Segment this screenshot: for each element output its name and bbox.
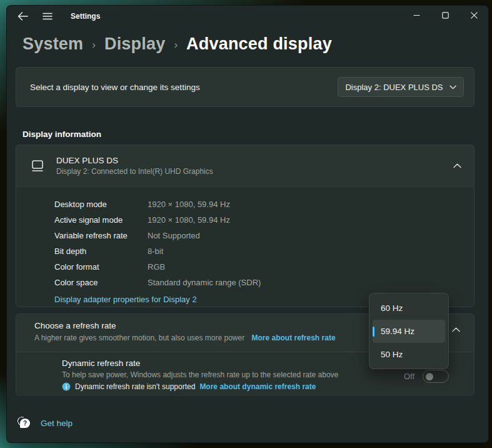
refresh-rate-subtitle: A higher rate gives smoother motion, but…: [34, 333, 244, 342]
detail-value: 8-bit: [148, 247, 163, 256]
detail-value: RGB: [148, 262, 165, 272]
display-information-heading: Display information: [23, 130, 101, 139]
back-button[interactable]: [12, 8, 33, 24]
close-icon: [471, 12, 478, 19]
more-about-refresh-rate-link[interactable]: More about refresh rate: [252, 333, 336, 342]
settings-window: Settings System › Display › Adv: [6, 5, 489, 443]
detail-label: Variable refresh rate: [54, 231, 148, 240]
display-name: DUEX PLUS DS: [56, 156, 213, 165]
minimize-icon: [413, 12, 420, 19]
detail-value: Not Supported: [148, 231, 200, 240]
footer: ? Get help: [18, 416, 73, 430]
detail-row: Variable refresh rate Not Supported: [54, 228, 474, 243]
detail-label: Bit depth: [54, 247, 148, 256]
refresh-rate-option-selected[interactable]: 59.94 Hz: [373, 320, 445, 343]
chevron-up-icon[interactable]: [453, 163, 461, 168]
detail-label: Desktop mode: [54, 200, 148, 209]
refresh-rate-option[interactable]: 60 Hz: [373, 297, 445, 320]
minimize-button[interactable]: [402, 6, 431, 25]
display-selector-card: Select a display to view or change its s…: [16, 67, 474, 107]
refresh-rate-flyout: 60 Hz 59.94 Hz 50 Hz: [369, 293, 449, 369]
more-about-dynamic-refresh-link[interactable]: More about dynamic refresh rate: [199, 382, 316, 391]
detail-row: Bit depth 8-bit: [54, 243, 474, 259]
detail-label: Active signal mode: [54, 215, 148, 225]
dynamic-refresh-toggle[interactable]: [423, 370, 449, 383]
maximize-button[interactable]: [431, 6, 459, 25]
refresh-rate-dropdown-chevron-icon[interactable]: [452, 327, 460, 332]
breadcrumb-separator: ›: [174, 37, 178, 51]
breadcrumb-system[interactable]: System: [23, 34, 83, 54]
display-information-details: Desktop mode 1920 × 1080, 59.94 Hz Activ…: [16, 186, 474, 307]
navigation-menu-button[interactable]: [37, 8, 58, 24]
info-icon: [62, 382, 71, 391]
toggle-state-label: Off: [404, 372, 414, 381]
detail-row: Color format RGB: [54, 259, 474, 275]
breadcrumb: System › Display › Advanced display: [23, 34, 332, 54]
detail-value: 1920 × 1080, 59.94 Hz: [148, 200, 230, 209]
breadcrumb-separator: ›: [92, 37, 96, 51]
display-selector-dropdown[interactable]: Display 2: DUEX PLUS DS: [338, 77, 464, 97]
help-question-mark: ?: [20, 419, 30, 428]
toggle-knob: [426, 373, 433, 380]
display-adapter-properties-link[interactable]: Display adapter properties for Display 2: [54, 295, 197, 304]
detail-value: Standard dynamic range (SDR): [148, 278, 261, 287]
refresh-rate-option[interactable]: 50 Hz: [373, 343, 445, 366]
display-information-header[interactable]: DUEX PLUS DS Display 2: Connected to Int…: [16, 145, 474, 186]
get-help-link[interactable]: Get help: [41, 419, 73, 428]
monitor-icon: [30, 159, 45, 173]
hamburger-icon: [43, 13, 53, 20]
display-selector-value: Display 2: DUEX PLUS DS: [345, 83, 443, 92]
detail-row: Color space Standard dynamic range (SDR): [54, 275, 474, 290]
detail-label: Color space: [54, 278, 148, 287]
detail-row: Active signal mode 1920 × 1080, 59.94 Hz: [54, 212, 474, 228]
breadcrumb-display[interactable]: Display: [104, 34, 165, 54]
display-information-card: DUEX PLUS DS Display 2: Connected to Int…: [16, 145, 474, 307]
close-button[interactable]: [459, 6, 488, 25]
detail-value: 1920 × 1080, 59.94 Hz: [148, 215, 230, 225]
maximize-icon: [442, 12, 449, 19]
caption-buttons: [402, 6, 488, 27]
selection-accent-bar: [373, 327, 374, 337]
chevron-down-icon: [449, 85, 456, 89]
back-arrow-icon: [18, 12, 28, 21]
detail-label: Color format: [54, 262, 148, 272]
help-bubble-icon: ?: [18, 416, 31, 430]
dynamic-refresh-status: Dynamic refresh rate isn't supported: [75, 382, 195, 391]
display-selector-label: Select a display to view or change its s…: [30, 83, 200, 92]
display-connection: Display 2: Connected to Intel(R) UHD Gra…: [56, 167, 213, 176]
title-bar: Settings: [7, 6, 488, 27]
detail-row: Desktop mode 1920 × 1080, 59.94 Hz: [54, 196, 474, 212]
window-title: Settings: [71, 12, 100, 21]
page-title: Advanced display: [186, 34, 332, 54]
refresh-rate-option-label: 59.94 Hz: [381, 327, 414, 336]
